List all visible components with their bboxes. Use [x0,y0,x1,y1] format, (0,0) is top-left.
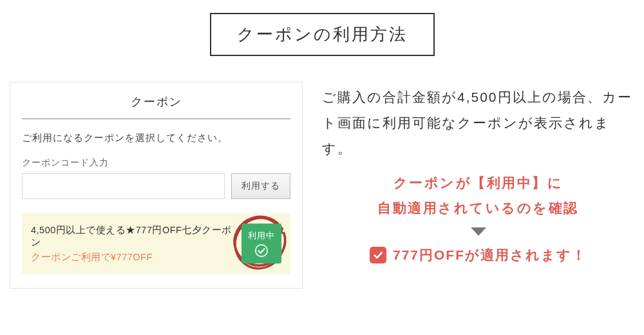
code-label: クーポンコード入力 [22,157,290,169]
apply-button[interactable]: 利用する [231,173,290,199]
panel-heading: クーポン [22,94,290,119]
panel-instruction: ご利用になるクーポンを選択してください。 [22,132,290,144]
checkmark-circle-icon [254,244,269,258]
svg-point-2 [256,244,267,256]
page-title: クーポンの利用方法 [210,13,435,56]
confirm-text: 777円OFFが適用されます！ [393,246,587,264]
coupon-title: 4,500円以上で使える★777円OFF七夕クーポン [31,224,242,249]
checkbox-icon [370,247,386,263]
coupon-panel: クーポン ご利用になるクーポンを選択してください。 クーポンコード入力 利用する… [10,82,303,289]
applied-badge: 利用中 [242,224,281,263]
highlight-line-1: クーポンが【利用中】に [322,171,634,196]
explain-body: ご購入の合計金額が4,500円以上の場合、カート画面に利用可能なクーポンが表示さ… [322,84,634,162]
badge-label: 利用中 [248,230,275,242]
chevron-down-icon [470,227,487,237]
explain-column: ご購入の合計金額が4,500円以上の場合、カート画面に利用可能なクーポンが表示さ… [322,82,634,264]
confirm-row: 777円OFFが適用されます！ [322,246,634,264]
highlight-line-2: 自動適用されているのを確認 [322,196,634,221]
highlight-text: クーポンが【利用中】に 自動適用されているのを確認 [322,171,634,221]
coupon-desc: クーポンご利用で¥777OFF [31,251,242,263]
coupon-code-input[interactable] [22,173,225,199]
coupon-item[interactable]: 4,500円以上で使える★777円OFF七夕クーポン クーポンご利用で¥777O… [22,213,290,274]
